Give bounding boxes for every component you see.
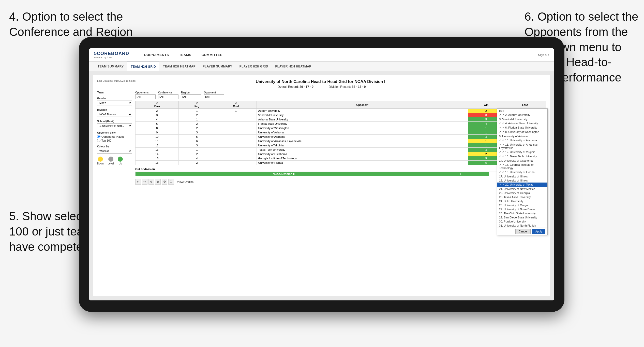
opponents-select[interactable]: (All): [135, 94, 156, 99]
col-loss: Loss: [504, 101, 546, 109]
cell-conf: [215, 139, 257, 143]
dropdown-item[interactable]: ✓ 20. University of Texas: [497, 183, 547, 187]
cell-rank: 15: [136, 156, 179, 161]
dropdown-item[interactable]: ✓ 16. University of Florida: [497, 170, 547, 174]
conference-select[interactable]: (All): [158, 94, 178, 99]
cell-opponent: Vanderbilt University: [257, 113, 468, 117]
filter-row: Opponents: (All) Conference (All): [135, 91, 546, 99]
dropdown-item[interactable]: 30. Purdue University: [497, 219, 547, 224]
col-conf: #Conf: [215, 101, 257, 109]
cell-reg: 2: [178, 113, 215, 117]
cell-rank: 12: [136, 143, 179, 148]
dropdown-item[interactable]: 18. University of Illinois: [497, 178, 547, 183]
nav-committee[interactable]: COMMITTEE: [196, 48, 228, 62]
refresh-button[interactable]: ↺: [148, 179, 154, 185]
cell-rank: 13: [136, 148, 179, 152]
dropdown-item[interactable]: ✓ 8. University of Washington: [497, 130, 547, 134]
dropdown-item[interactable]: (All): [497, 109, 547, 113]
apply-button[interactable]: Apply: [532, 229, 545, 234]
nav-teams[interactable]: TEAMS: [174, 48, 196, 62]
subnav-player-summary[interactable]: PLAYER SUMMARY: [199, 62, 236, 71]
page-title: University of North Carolina Head-to-Hea…: [136, 79, 505, 84]
filter-region: Region (All): [181, 91, 201, 99]
copy-button[interactable]: ⧉: [155, 179, 161, 185]
logo-text: 5COREBOARD: [94, 51, 129, 56]
dropdown-item[interactable]: 24. Duke University: [497, 199, 547, 203]
dropdown-item[interactable]: 23. Texas A&M University: [497, 195, 547, 199]
cell-reg: 2: [178, 126, 215, 130]
dropdown-item[interactable]: ✓ 2. Auburn University: [497, 113, 547, 117]
subnav-team-h2h-grid[interactable]: TEAM H2H GRID: [127, 62, 159, 71]
table-row: 14 2 University of Oklahoma 2 2: [136, 152, 546, 156]
division-select[interactable]: NCAA Division I: [97, 112, 132, 117]
gender-select[interactable]: Men's: [97, 101, 132, 105]
dropdown-item[interactable]: 9. University of Arizona: [497, 134, 547, 138]
colour-by-select[interactable]: Win/loss: [97, 149, 132, 154]
cell-reg: 6: [178, 139, 215, 143]
nav-tournaments[interactable]: TOURNAMENTS: [137, 48, 174, 62]
out-of-division: Out of division NCAA Division II 1 0: [135, 168, 546, 176]
dropdown-item[interactable]: 25. University of Oregon: [497, 203, 547, 207]
cell-rank: 9: [136, 130, 179, 135]
dropdown-item[interactable]: ✓ 15. Georgia Institute of Technology: [497, 163, 547, 170]
subnav-team-h2h-heatmap[interactable]: TEAM H2H HEATMAP: [159, 62, 199, 71]
subnav-player-h2h-heatmap[interactable]: PLAYER H2H HEATMAP: [272, 62, 315, 71]
dropdown-item[interactable]: ✓ 4. Arizona State University: [497, 121, 547, 126]
cell-rank: 6: [136, 122, 179, 126]
dropdown-item[interactable]: 28. The Ohio State University: [497, 211, 547, 215]
dropdown-item[interactable]: ✓ 13. Texas Tech University: [497, 154, 547, 159]
out-div-table: NCAA Division II 1 0: [135, 172, 546, 176]
dropdown-item[interactable]: 27. University of Notre Dame: [497, 207, 547, 211]
dropdown-item[interactable]: ✓ 10. University of Alabama: [497, 138, 547, 143]
table-header-row: #Rank #Reg #Conf Opponent Win Loss: [136, 101, 546, 109]
dropdown-item[interactable]: 21. University of New Mexico: [497, 187, 547, 191]
cancel-button[interactable]: Cancel: [515, 229, 531, 234]
cell-opponent: Texas Tech University: [257, 148, 468, 152]
radio-top-100[interactable]: Top 100: [97, 139, 132, 142]
dropdown-item[interactable]: 14. University of Oklahoma: [497, 159, 547, 163]
settings-button[interactable]: ⚙: [162, 179, 167, 185]
legend: Down Level Up: [97, 157, 132, 165]
subnav-team-summary[interactable]: TEAM SUMMARY: [94, 62, 127, 71]
cell-reg: 4: [178, 156, 215, 161]
radio-opponents-played[interactable]: Opponents Played: [97, 135, 132, 138]
dropdown-item[interactable]: 29. San Diego State University: [497, 215, 547, 219]
last-updated: Last Updated: 4/19/2024 16:55:38: [97, 79, 136, 82]
cell-reg: 1: [178, 148, 215, 152]
dropdown-item[interactable]: ✓ 11. University of Arkansas, Fayettevil…: [497, 143, 547, 150]
region-select[interactable]: (All): [181, 94, 201, 99]
cell-rank: 8: [136, 126, 179, 130]
dropdown-item[interactable]: 3. Vanderbilt University: [497, 117, 547, 121]
dropdown-item[interactable]: 17. University of Illinois: [497, 174, 547, 178]
cell-opponent: University of Arizona: [257, 130, 468, 135]
legend-up: Up: [118, 157, 123, 165]
dropdown-item[interactable]: 31. University of North Florida: [497, 224, 547, 228]
table-row: 3 2 Vanderbilt University 0 4: [136, 113, 546, 117]
redo-button[interactable]: ↪: [142, 179, 147, 185]
team-label: Team: [97, 91, 132, 94]
region-label: Region: [181, 91, 201, 94]
opponent-dropdown[interactable]: (All)✓ 2. Auburn University 3. Vanderbil…: [497, 108, 548, 235]
legend-dot-down: [98, 157, 103, 162]
gender-label: Gender: [97, 97, 132, 100]
dropdown-item[interactable]: ✓ 6. Florida State University: [497, 126, 547, 130]
opponents-label: Opponents:: [135, 91, 156, 94]
left-panel: Team Gender Men's Division NCAA Division…: [97, 91, 135, 186]
cell-reg: 1: [178, 117, 215, 122]
division-label: Division: [97, 108, 132, 111]
dropdown-item[interactable]: 22. University of Georgia: [497, 191, 547, 195]
col-opponent: Opponent: [257, 101, 468, 109]
nav-signout[interactable]: Sign out: [538, 53, 549, 57]
opponent-select[interactable]: (All): [204, 94, 224, 99]
dropdown-item[interactable]: ✓ 12. University of Virginia: [497, 150, 547, 154]
legend-dot-level: [108, 157, 113, 162]
cell-opponent: Florida State University: [257, 122, 468, 126]
undo-button[interactable]: ↩: [135, 179, 141, 185]
table-row: 10 5 University of Alabama 3 0: [136, 135, 546, 139]
subnav-player-h2h-grid[interactable]: PLAYER H2H GRID: [236, 62, 272, 71]
school-select[interactable]: 1. University of Nort...: [97, 123, 132, 128]
clock-button[interactable]: ⏱: [168, 179, 174, 185]
data-table: #Rank #Reg #Conf Opponent Win Loss 2: [135, 101, 546, 165]
cell-opponent: University of Virginia: [257, 143, 468, 148]
cell-rank: 16: [136, 161, 179, 165]
